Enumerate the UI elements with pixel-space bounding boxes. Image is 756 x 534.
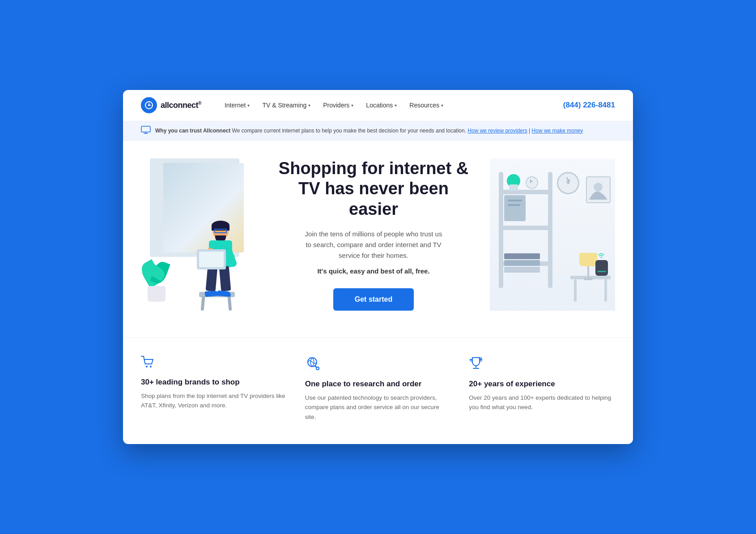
shelf-board [501,190,550,194]
how-we-make-money-link[interactable]: How we make money [532,128,583,134]
person-body [195,221,253,311]
hero-tagline: It's quick, easy and best of all, free. [275,267,472,275]
wifi-icon [228,254,235,261]
feature-research-desc: Use our patented technology to search pr… [305,393,451,422]
lamp-stand [587,266,589,278]
shelf-rail [499,172,503,288]
shelf-plant-pot [509,184,518,191]
feature-brands-title: 30+ leading brands to shop [141,378,287,387]
human-shoe [217,290,231,297]
svg-point-10 [316,367,319,370]
shelf-rail [548,172,552,288]
svg-point-5 [594,183,603,192]
human-glasses [214,229,227,233]
svg-point-3 [231,259,232,260]
human-head [212,222,229,239]
feature-experience: 20+ years of experience Over 20 years an… [469,356,615,422]
cart-icon [141,356,287,372]
lamp-shade [579,253,597,266]
shelf-board [501,226,550,230]
svg-point-8 [150,366,152,367]
human-legs [207,266,230,293]
chevron-down-icon: ▾ [351,103,353,108]
shelf-unit [499,172,552,297]
logo-area[interactable]: allconnect® [141,97,201,113]
chevron-down-icon: ▾ [247,103,250,108]
room-illustration [490,158,615,311]
info-bar: Why you can trust Allconnect We compare … [123,121,633,141]
globe-cursor-icon [305,356,451,373]
features-section: 30+ leading brands to shop Shop plans fr… [123,337,633,444]
chevron-down-icon: ▾ [395,103,397,108]
feature-experience-title: 20+ years of experience [469,380,615,389]
how-we-review-link[interactable]: How we review providers [467,128,527,134]
feature-research-title: One place to research and order [305,380,451,389]
hero-illustration-left [141,158,257,311]
plant-pot [148,286,166,302]
nav-item-providers[interactable]: Providers ▾ [318,98,359,112]
hero-title: Shopping for internet & TV has never bee… [275,158,472,220]
lamp-illustration [579,253,597,280]
shelf-box-item [504,195,526,221]
hero-content: Shopping for internet & TV has never bee… [257,158,490,311]
feature-brands: 30+ leading brands to shop Shop plans fr… [141,356,287,422]
lamp-base [584,278,593,280]
hero-section: Shopping for internet & TV has never bee… [123,141,633,337]
chevron-down-icon: ▾ [441,103,443,108]
plant-decoration [145,266,168,302]
hero-subtitle: Join the tens of millions of people who … [302,229,445,261]
nav-links: Internet ▾ TV & Streaming ▾ Providers ▾ … [219,98,563,112]
logo-icon [141,97,157,113]
human-leg [219,266,231,291]
phone-number[interactable]: (844) 226-8481 [563,101,615,110]
nav-item-tv-streaming[interactable]: TV & Streaming ▾ [257,98,316,112]
laptop-illustration [197,249,226,269]
nav-item-internet[interactable]: Internet ▾ [219,98,255,112]
person-illustration [195,221,253,311]
feature-experience-desc: Over 20 years and 100+ experts dedicated… [469,393,615,412]
wall-clock [557,172,579,194]
smart-speaker [595,260,608,276]
chair-leg [201,296,205,310]
info-bar-text: Why you can trust Allconnect We compare … [155,128,583,134]
human-leg [206,266,218,291]
chevron-down-icon: ▾ [308,103,310,108]
svg-rect-2 [141,126,150,132]
feature-brands-desc: Shop plans from the top internet and TV … [141,391,287,410]
human-figure [201,222,225,293]
nav-item-locations[interactable]: Locations ▾ [361,98,402,112]
human-shoe [205,290,219,297]
navbar: allconnect® Internet ▾ TV & Streaming ▾ … [123,90,633,121]
chair-leg [228,296,232,310]
wall-picture-frame [586,176,611,203]
monitor-icon [141,126,151,136]
hero-illustration-right [490,158,615,311]
get-started-button[interactable]: Get started [333,288,414,311]
shelf-clock-small [526,176,538,189]
books-stack [504,253,540,273]
laptop-screen [199,252,224,267]
logo-text: allconnect® [161,101,201,110]
nav-item-resources[interactable]: Resources ▾ [404,98,449,112]
feature-research: One place to research and order Use our … [305,356,451,422]
trophy-icon [469,356,615,373]
svg-point-6 [601,256,602,258]
svg-point-7 [146,366,148,367]
speaker-wifi-icon [598,253,604,259]
svg-point-1 [148,104,150,106]
browser-window: allconnect® Internet ▾ TV & Streaming ▾ … [123,90,633,444]
